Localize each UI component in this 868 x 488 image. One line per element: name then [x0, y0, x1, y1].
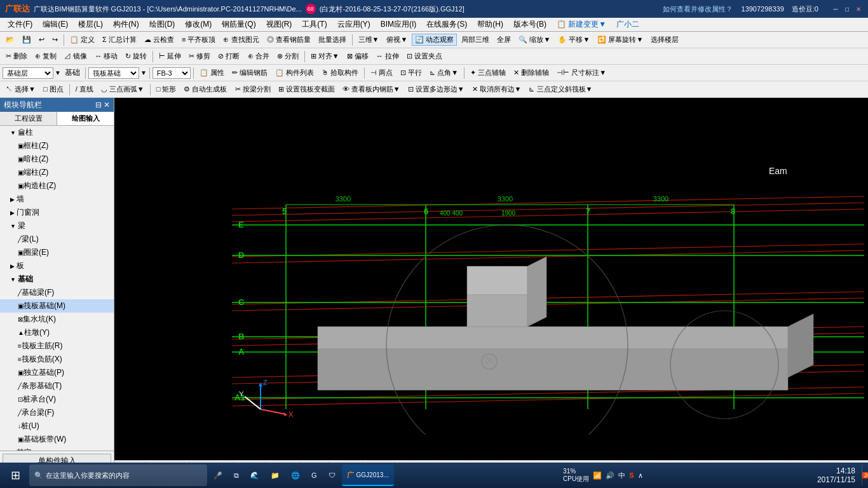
- btn-stretch[interactable]: ↔ 拉伸: [373, 50, 402, 62]
- btn-3point-axis[interactable]: ✦ 三点辅轴: [467, 67, 509, 79]
- menu-assistant[interactable]: 广小二: [611, 18, 644, 31]
- btn-select[interactable]: ↖ 选择▼: [3, 83, 39, 95]
- btn-comp-list[interactable]: 📋 构件列表: [272, 67, 317, 79]
- menu-new-change[interactable]: 📋 新建变更▼: [552, 18, 611, 31]
- btn-point[interactable]: □ 图点: [40, 83, 67, 95]
- menu-help[interactable]: 帮助(H): [472, 18, 508, 31]
- btn-local3d[interactable]: 局部三维: [458, 34, 492, 46]
- canvas-area[interactable]: 3300 3300 3300 400 400 1900 E D C B: [114, 98, 868, 460]
- btn-rect[interactable]: □ 矩形: [153, 83, 180, 95]
- sidebar-item-endcol[interactable]: ▣ 端柱(Z): [0, 166, 114, 179]
- btn-select-floor[interactable]: 选择楼层: [648, 34, 682, 46]
- sidebar-item-beamL[interactable]: ╱ 梁(L): [0, 233, 114, 246]
- win-min-btn[interactable]: ─: [831, 4, 840, 13]
- btn-properties[interactable]: 📋 属性: [196, 67, 227, 79]
- sidebar-item-isolatedP[interactable]: ▣ 独立基础(P): [0, 366, 114, 379]
- sidebar-item-colbuttressY[interactable]: ▲ 柱墩(Y): [0, 326, 114, 339]
- tray-ime[interactable]: 中: [618, 471, 625, 480]
- menu-view[interactable]: 视图(R): [261, 18, 297, 31]
- win-max-btn[interactable]: □: [843, 4, 851, 13]
- sidebar-item-raftnegX[interactable]: ≡ 筏板负筋(X): [0, 353, 114, 366]
- sidebar-item-pileCapV[interactable]: ⊡ 桩承台(V): [0, 393, 114, 406]
- taskbar-show-desktop[interactable]: 20: [862, 464, 865, 486]
- menu-floor[interactable]: 楼层(L): [73, 18, 108, 31]
- btn-level-top[interactable]: ≡ 平齐板顶: [179, 34, 219, 46]
- btn-screenrot[interactable]: 🔁 屏幕旋转▼: [594, 34, 646, 46]
- menu-bim[interactable]: BIM应用(I): [376, 18, 422, 31]
- name-dropdown[interactable]: FB-3: [153, 67, 191, 79]
- btn-break[interactable]: ⊘ 打断: [215, 50, 243, 62]
- taskbar-clock[interactable]: 14:18 2017/11/15: [812, 466, 860, 484]
- taskbar-ie[interactable]: 🌐: [286, 464, 305, 486]
- taskbar-explorer[interactable]: 📁: [266, 464, 285, 486]
- taskbar-search[interactable]: 🔍 在这里输入你要搜索的内容: [29, 464, 207, 486]
- sidebar-item-fdnBandW[interactable]: ▣ 基础板带(W): [0, 433, 114, 446]
- menu-edit[interactable]: 编辑(E): [37, 18, 73, 31]
- sidebar-item-other[interactable]: ▶ 其它: [0, 446, 114, 451]
- btn-set-poly[interactable]: ⊡ 设置多边形边▼: [405, 83, 468, 95]
- menu-draw[interactable]: 绘图(D): [144, 18, 180, 31]
- btn-del-axis[interactable]: ✕ 删除辅轴: [510, 67, 552, 79]
- btn-3d[interactable]: 三维▼: [355, 34, 383, 46]
- btn-parallel[interactable]: ⊡ 平行: [397, 67, 425, 79]
- menu-component[interactable]: 构件(N): [108, 18, 144, 31]
- btn-autogen[interactable]: ⚙ 自动生成板: [180, 83, 230, 95]
- sidebar-item-pileU[interactable]: ↓ 桩(U): [0, 419, 114, 433]
- sidebar-item-foundation[interactable]: ▼ 基础: [0, 273, 114, 286]
- btn-split-beam[interactable]: ✂ 按梁分割: [232, 83, 274, 95]
- btn-merge[interactable]: ⊕ 合并: [245, 50, 273, 62]
- btn-pick-comp[interactable]: 🖱 拾取构件: [318, 67, 362, 79]
- btn-calc[interactable]: Σ 汇总计算: [99, 34, 140, 46]
- btn-rotate[interactable]: ↻ 旋转: [122, 50, 150, 62]
- btn-line[interactable]: / 直线: [72, 83, 97, 95]
- btn-topview[interactable]: 俯视▼: [383, 34, 410, 46]
- btn-offset[interactable]: ⊠ 偏移: [344, 50, 372, 62]
- sidebar-item-hidcol[interactable]: ▣ 暗柱(Z): [0, 152, 114, 166]
- taskbar-glodon[interactable]: G: [306, 464, 322, 486]
- btn-set-section[interactable]: ⊞ 设置筏板变截面: [275, 83, 338, 95]
- btn-copy[interactable]: ⊕ 复制: [32, 50, 60, 62]
- btn-point-angle[interactable]: ⊾ 点角▼: [426, 67, 461, 79]
- menu-rebar[interactable]: 钢筋量(Q): [217, 18, 261, 31]
- btn-dim[interactable]: ⊣⊢ 尺寸标注▼: [553, 67, 609, 79]
- sidebar-item-stripT[interactable]: ╱ 条形基础(T): [0, 379, 114, 393]
- sidebar-item-slab[interactable]: ▶ 板: [0, 259, 114, 273]
- btn-redo[interactable]: ↪: [49, 34, 61, 45]
- btn-two-points[interactable]: ⊣ 两点: [367, 67, 396, 79]
- btn-open[interactable]: 📂: [3, 34, 18, 45]
- sidebar-item-fdnbeam[interactable]: ╱ 基础梁(F): [0, 286, 114, 299]
- btn-define[interactable]: 📋 定义: [67, 34, 98, 46]
- btn-save[interactable]: 💾: [19, 34, 34, 45]
- taskbar-ggj[interactable]: 广 GGJ2013...: [342, 464, 394, 486]
- menu-file[interactable]: 文件(F): [3, 18, 37, 31]
- menu-version[interactable]: 版本号(B): [508, 18, 552, 31]
- sidebar-item-beam[interactable]: ▼ 梁: [0, 219, 114, 233]
- btn-view-inner[interactable]: 👁 查看板内钢筋▼: [339, 83, 403, 95]
- layer-dropdown[interactable]: 基础层: [3, 67, 53, 79]
- btn-zoom[interactable]: 🔍 缩放▼: [515, 34, 553, 46]
- sidebar-nav-draw[interactable]: 绘图输入: [57, 112, 114, 125]
- btn-view-rebar[interactable]: ◎ 查看钢筋量: [264, 34, 314, 46]
- sidebar-item-wall[interactable]: ▶ 墙: [0, 193, 114, 206]
- btn-batch[interactable]: 批量选择: [315, 34, 349, 46]
- taskbar-edge[interactable]: 🌊: [245, 464, 264, 486]
- taskbar-start[interactable]: ⊞: [3, 464, 28, 486]
- menu-modify[interactable]: 修改(M): [180, 18, 217, 31]
- sidebar-item-pileCapBeamF[interactable]: ╱ 承台梁(F): [0, 406, 114, 419]
- btn-trim[interactable]: ✂ 修剪: [186, 50, 214, 62]
- taskbar-taskview[interactable]: ⧉: [229, 464, 244, 486]
- sidebar-item-ringbeamE[interactable]: ▣ 圈梁(E): [0, 246, 114, 259]
- menu-online[interactable]: 在线服务(S): [421, 18, 472, 31]
- btn-pan[interactable]: ✋ 平移▼: [555, 34, 593, 46]
- menu-tools[interactable]: 工具(T): [297, 18, 332, 31]
- btn-fullscreen[interactable]: 全屏: [494, 34, 514, 46]
- btn-edit-rebar[interactable]: ✏ 编辑钢筋: [229, 67, 271, 79]
- btn-find[interactable]: ⊕ 查找图元: [220, 34, 262, 46]
- sidebar-controls[interactable]: ⊟ ✕: [95, 100, 110, 109]
- btn-extend[interactable]: ⊢ 延伸: [156, 50, 184, 62]
- sidebar-nav-engineering[interactable]: 工程设置: [0, 112, 57, 125]
- sidebar-item-structcol[interactable]: ▣ 构造柱(Z): [0, 179, 114, 193]
- btn-cloud-check[interactable]: ☁ 云检查: [141, 34, 177, 46]
- sidebar-item-sumppitK[interactable]: ⊠ 集水坑(K): [0, 313, 114, 326]
- btn-delete[interactable]: ✂ 删除: [3, 50, 31, 62]
